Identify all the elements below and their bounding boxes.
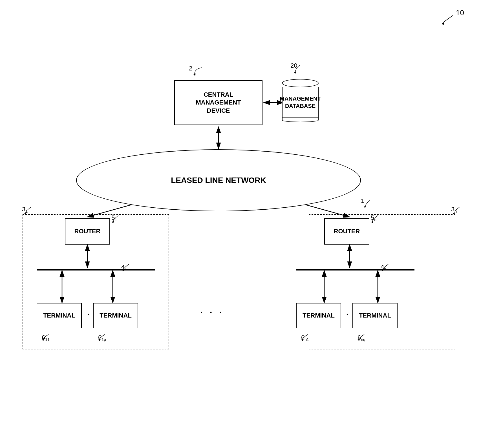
diagram-container: 10 2 20 CENTRALMANAGEMENTDEVICE MANAGEME… <box>0 0 481 448</box>
terminal-right-2-box: TERMINAL <box>352 303 398 328</box>
ref4n-arrow <box>379 263 392 272</box>
bus-left <box>37 269 155 270</box>
database-cylinder: MANAGEMENTDATABASE <box>282 79 319 122</box>
svg-marker-17 <box>24 212 27 215</box>
terminal-right-1-label: TERMINAL <box>303 312 335 320</box>
terminal-left-1-label: TERMINAL <box>43 312 75 320</box>
central-mgmt-label: CENTRALMANAGEMENTDEVICE <box>196 91 241 115</box>
network-label: LEASED LINE NETWORK <box>171 176 266 185</box>
ref31-arrow <box>21 206 34 216</box>
refnq-arrow <box>356 333 369 341</box>
cylinder-body: MANAGEMENTDATABASE <box>282 87 319 118</box>
ref5n-arrow <box>369 214 382 224</box>
router-right-label: ROUTER <box>334 227 360 236</box>
dots-middle: · · · <box>200 307 224 318</box>
terminal-left-2-label: TERMINAL <box>100 312 132 320</box>
network-ellipse: LEASED LINE NETWORK <box>76 149 361 211</box>
svg-line-12 <box>443 15 453 23</box>
terminal-left-2-box: TERMINAL <box>93 303 138 328</box>
ref1-arrow <box>361 198 374 208</box>
terminal-right-2-label: TERMINAL <box>359 312 391 320</box>
ref41-arrow <box>120 263 133 272</box>
refn1-arrow <box>299 333 312 341</box>
ref611-arrow <box>40 333 53 341</box>
svg-marker-22 <box>453 212 455 215</box>
bus-right <box>296 269 414 270</box>
ref3n-arrow <box>450 206 464 216</box>
terminal-left-1-box: TERMINAL <box>37 303 82 328</box>
figure-number: 10 <box>456 8 464 17</box>
router-left-label: ROUTER <box>74 227 101 236</box>
ref2-arrow <box>192 66 206 76</box>
cylinder-top <box>282 79 319 87</box>
router-right-box: ROUTER <box>324 218 369 245</box>
figure-arrow <box>439 14 456 25</box>
cylinder-bottom <box>282 118 319 122</box>
terminal-right-1-box: TERMINAL <box>296 303 341 328</box>
central-management-box: CENTRALMANAGEMENTDEVICE <box>174 80 262 125</box>
ref20-arrow <box>292 63 306 75</box>
database-label: MANAGEMENTDATABASE <box>280 95 321 110</box>
ref51-arrow <box>110 214 123 224</box>
ref61p-arrow <box>96 333 109 341</box>
router-left-box: ROUTER <box>65 218 110 245</box>
